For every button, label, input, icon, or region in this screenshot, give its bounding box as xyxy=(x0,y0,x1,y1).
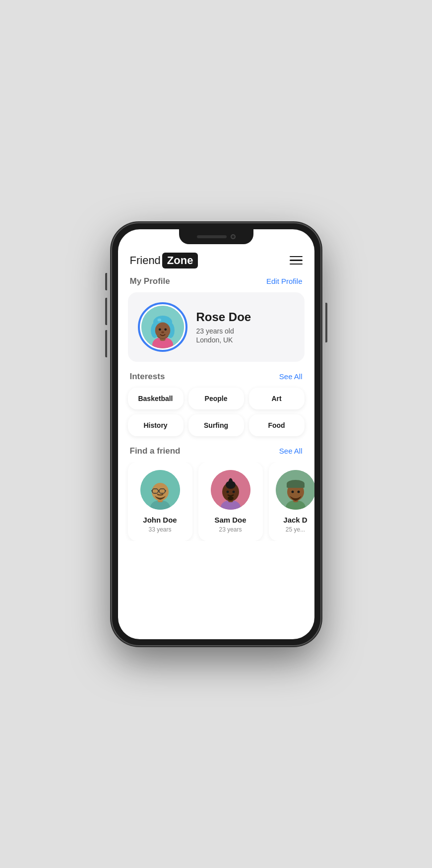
mute-button xyxy=(105,273,107,290)
my-profile-title: My Profile xyxy=(130,276,170,286)
friend-avatar-john xyxy=(140,470,180,510)
avatar-inner xyxy=(141,306,184,348)
interest-chip-food[interactable]: Food xyxy=(249,414,305,436)
svg-point-10 xyxy=(164,328,167,331)
svg-point-36 xyxy=(297,490,300,493)
svg-point-7 xyxy=(157,318,161,321)
interest-chip-people[interactable]: People xyxy=(188,388,244,409)
friend-avatar-jack xyxy=(276,470,314,510)
friend-card-jack[interactable]: Jack D 25 ye... xyxy=(269,462,314,541)
svg-point-11 xyxy=(161,331,164,333)
find-a-friend-title: Find a friend xyxy=(130,446,181,456)
hamburger-line-2 xyxy=(290,260,303,261)
front-camera xyxy=(231,234,236,239)
volume-down-button xyxy=(105,330,107,357)
friend-name-sam: Sam Doe xyxy=(214,516,246,524)
friends-scroll-container: John Doe 33 years xyxy=(118,462,314,541)
edit-profile-button[interactable]: Edit Profile xyxy=(266,277,303,285)
avatar-ring xyxy=(138,302,187,352)
svg-rect-34 xyxy=(287,484,305,488)
speaker xyxy=(197,235,227,238)
hamburger-line-1 xyxy=(290,256,303,258)
volume-up-button xyxy=(105,298,107,325)
friend-age-sam: 23 years xyxy=(219,526,242,533)
friend-avatar-sam-svg xyxy=(211,470,250,510)
power-button xyxy=(325,303,327,342)
app-content: Friend Zone My Profile Edit Profile xyxy=(118,229,314,639)
interest-chip-history[interactable]: History xyxy=(128,414,184,436)
phone-frame: Friend Zone My Profile Edit Profile xyxy=(112,223,320,645)
friend-age-john: 33 years xyxy=(148,526,171,533)
svg-point-9 xyxy=(158,328,161,331)
svg-point-26 xyxy=(228,496,234,500)
logo-text-zone: Zone xyxy=(162,253,198,268)
svg-point-35 xyxy=(291,490,294,493)
svg-point-8 xyxy=(155,322,170,338)
find-a-friend-section-header: Find a friend See All xyxy=(118,446,314,456)
interests-grid: Basketball People Art History Surfing Fo… xyxy=(118,388,314,436)
interests-section-header: Interests See All xyxy=(118,372,314,382)
profile-card: Rose Doe 23 years old London, UK xyxy=(128,292,305,362)
my-profile-section-header: My Profile Edit Profile xyxy=(118,276,314,286)
interests-title: Interests xyxy=(130,372,165,382)
logo-text-friend: Friend xyxy=(130,254,161,267)
interest-chip-surfing[interactable]: Surfing xyxy=(188,414,244,436)
interest-chip-art[interactable]: Art xyxy=(249,388,305,409)
notch xyxy=(179,229,253,244)
hamburger-line-3 xyxy=(290,264,303,265)
friend-card-sam[interactable]: Sam Doe 23 years xyxy=(198,462,263,541)
interests-section: Interests See All Basketball People Art … xyxy=(118,372,314,436)
friend-avatar-sam xyxy=(211,470,250,510)
avatar-container xyxy=(138,302,187,352)
app-logo: Friend Zone xyxy=(130,253,198,268)
profile-info: Rose Doe 23 years old London, UK xyxy=(196,310,295,344)
profile-name: Rose Doe xyxy=(196,310,295,324)
friend-avatar-john-svg xyxy=(140,470,180,510)
friend-name-john: John Doe xyxy=(143,516,177,524)
profile-location: London, UK xyxy=(196,336,295,344)
friend-avatar-jack-svg xyxy=(276,470,314,510)
friend-card-john[interactable]: John Doe 33 years xyxy=(128,462,192,541)
svg-point-28 xyxy=(232,490,235,493)
header: Friend Zone xyxy=(118,247,314,276)
find-a-friend-section: Find a friend See All xyxy=(118,446,314,541)
profile-avatar-svg xyxy=(141,306,184,348)
interest-chip-basketball[interactable]: Basketball xyxy=(128,388,184,409)
profile-age: 23 years old xyxy=(196,327,295,335)
friend-age-jack: 25 ye... xyxy=(286,526,305,533)
svg-point-25 xyxy=(226,481,236,489)
interests-see-all-button[interactable]: See All xyxy=(279,372,303,381)
phone-screen: Friend Zone My Profile Edit Profile xyxy=(118,229,314,639)
svg-point-27 xyxy=(226,490,229,493)
hamburger-menu-button[interactable] xyxy=(290,256,303,265)
friends-see-all-button[interactable]: See All xyxy=(279,447,303,455)
friend-name-jack: Jack D xyxy=(283,516,307,524)
